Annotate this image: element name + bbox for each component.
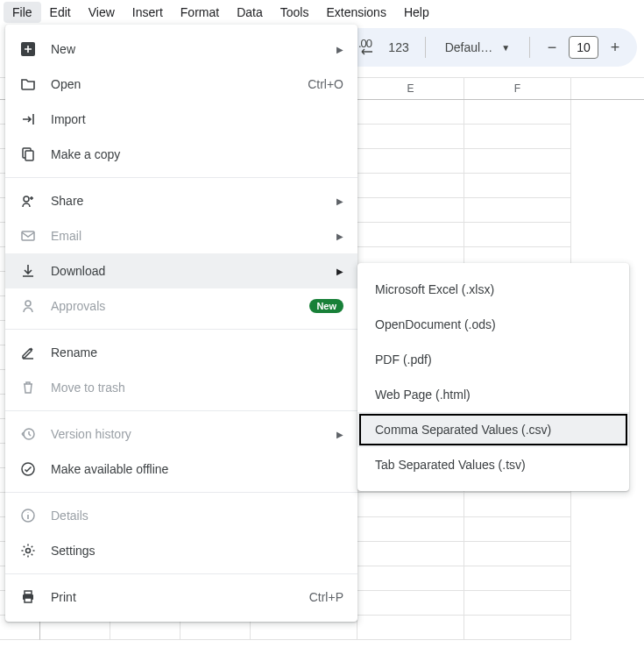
menu-item-details: Details — [5, 498, 357, 533]
decrease-font-button[interactable]: − — [541, 36, 563, 59]
cell[interactable] — [464, 493, 571, 517]
menu-item-make-copy[interactable]: Make a copy — [5, 137, 357, 172]
toolbar-divider — [425, 37, 426, 58]
cell[interactable] — [464, 100, 571, 125]
offline-icon — [19, 460, 37, 478]
cell[interactable] — [357, 542, 464, 566]
cell[interactable] — [357, 493, 464, 517]
history-icon — [19, 425, 37, 443]
approvals-icon — [19, 297, 37, 315]
menu-item-print[interactable]: Print Ctrl+P — [5, 580, 357, 615]
toolbar-divider — [529, 37, 530, 58]
cell[interactable] — [357, 125, 464, 149]
menu-edit[interactable]: Edit — [41, 2, 80, 23]
menu-item-share[interactable]: Share ▶ — [5, 183, 357, 218]
chevron-right-icon: ▶ — [336, 196, 343, 206]
download-icon — [19, 262, 37, 280]
menu-item-settings[interactable]: Settings — [5, 533, 357, 568]
caret-down-icon: ▼ — [501, 43, 510, 53]
menu-item-open[interactable]: Open Ctrl+O — [5, 67, 357, 102]
download-submenu: Microsoft Excel (.xlsx) OpenDocument (.o… — [357, 263, 629, 491]
menu-file[interactable]: File — [4, 2, 41, 23]
cell[interactable] — [464, 591, 571, 616]
menu-item-download[interactable]: Download ▶ — [5, 253, 357, 288]
svg-rect-5 — [22, 231, 34, 240]
cell[interactable] — [357, 616, 464, 640]
cell[interactable] — [464, 149, 571, 174]
menu-item-label: Open — [51, 77, 308, 91]
menu-item-label: Approvals — [51, 299, 302, 313]
menu-item-approvals: Approvals New — [5, 288, 357, 324]
cell[interactable] — [464, 542, 571, 566]
file-menu-dropdown: New ▶ Open Ctrl+O Import Make a copy Sha… — [5, 25, 357, 622]
font-family-dropdown[interactable]: Defaul… ▼ — [436, 37, 519, 58]
cell[interactable] — [357, 100, 464, 125]
cell[interactable] — [357, 198, 464, 223]
download-xlsx[interactable]: Microsoft Excel (.xlsx) — [357, 272, 629, 307]
cell[interactable] — [357, 149, 464, 174]
menu-item-label: Details — [51, 509, 343, 523]
menu-item-import[interactable]: Import — [5, 102, 357, 137]
svg-point-10 — [26, 549, 31, 553]
menu-extensions[interactable]: Extensions — [317, 2, 394, 23]
menu-item-new[interactable]: New ▶ — [5, 32, 357, 67]
new-sheet-icon — [19, 40, 37, 58]
format-123-button[interactable]: 123 — [383, 40, 414, 54]
menu-item-version-history: Version history ▶ — [5, 416, 357, 452]
menu-view[interactable]: View — [80, 2, 124, 23]
menu-separator — [5, 329, 357, 330]
font-size-group: − + — [541, 36, 626, 59]
menu-item-label: Settings — [51, 544, 343, 558]
folder-open-icon — [19, 75, 37, 93]
cell[interactable] — [464, 198, 571, 223]
menu-item-label: Version history — [51, 427, 329, 441]
email-icon — [19, 227, 37, 245]
cell[interactable] — [357, 566, 464, 591]
download-csv[interactable]: Comma Separated Values (.csv) — [357, 412, 629, 447]
menu-item-label: Import — [51, 112, 343, 126]
menu-separator — [5, 177, 357, 178]
cell[interactable] — [357, 517, 464, 542]
menu-item-email: Email ▶ — [5, 218, 357, 253]
cell[interactable] — [464, 566, 571, 591]
menu-help[interactable]: Help — [395, 2, 438, 23]
column-header-e[interactable]: E — [357, 78, 464, 99]
increase-font-button[interactable]: + — [604, 36, 626, 59]
download-tsv[interactable]: Tab Separated Values (.tsv) — [357, 447, 629, 482]
chevron-right-icon: ▶ — [336, 45, 343, 54]
menu-item-offline[interactable]: Make available offline — [5, 452, 357, 487]
svg-point-6 — [25, 301, 31, 306]
menu-data[interactable]: Data — [228, 2, 272, 23]
import-icon — [19, 110, 37, 128]
download-html[interactable]: Web Page (.html) — [357, 377, 629, 412]
menu-item-label: Share — [51, 194, 329, 208]
increase-decimal-button[interactable]: .00 — [358, 39, 378, 55]
rename-icon — [19, 344, 37, 361]
cell[interactable] — [464, 223, 571, 247]
cell[interactable] — [357, 591, 464, 616]
download-ods[interactable]: OpenDocument (.ods) — [357, 307, 629, 342]
menu-item-shortcut: Ctrl+P — [309, 590, 343, 604]
menu-item-label: Print — [51, 590, 309, 604]
download-pdf[interactable]: PDF (.pdf) — [357, 342, 629, 377]
cell[interactable] — [464, 174, 571, 198]
cell[interactable] — [357, 174, 464, 198]
cell[interactable] — [357, 223, 464, 247]
menu-item-label: Email — [51, 229, 329, 243]
menubar: File Edit View Insert Format Data Tools … — [0, 0, 644, 25]
menu-format[interactable]: Format — [172, 2, 228, 23]
cell[interactable] — [464, 125, 571, 149]
column-header-f[interactable]: F — [464, 78, 571, 99]
menu-item-label: Make available offline — [51, 462, 343, 476]
cell[interactable] — [464, 616, 571, 640]
chevron-right-icon: ▶ — [336, 430, 343, 439]
menu-item-label: Rename — [51, 345, 343, 359]
menu-tools[interactable]: Tools — [272, 2, 318, 23]
menu-item-rename[interactable]: Rename — [5, 335, 357, 370]
menu-item-label: New — [51, 42, 329, 56]
menu-insert[interactable]: Insert — [124, 2, 172, 23]
cell[interactable] — [464, 517, 571, 542]
new-badge: New — [309, 299, 343, 313]
font-size-input[interactable] — [569, 36, 598, 59]
share-icon — [19, 192, 37, 210]
